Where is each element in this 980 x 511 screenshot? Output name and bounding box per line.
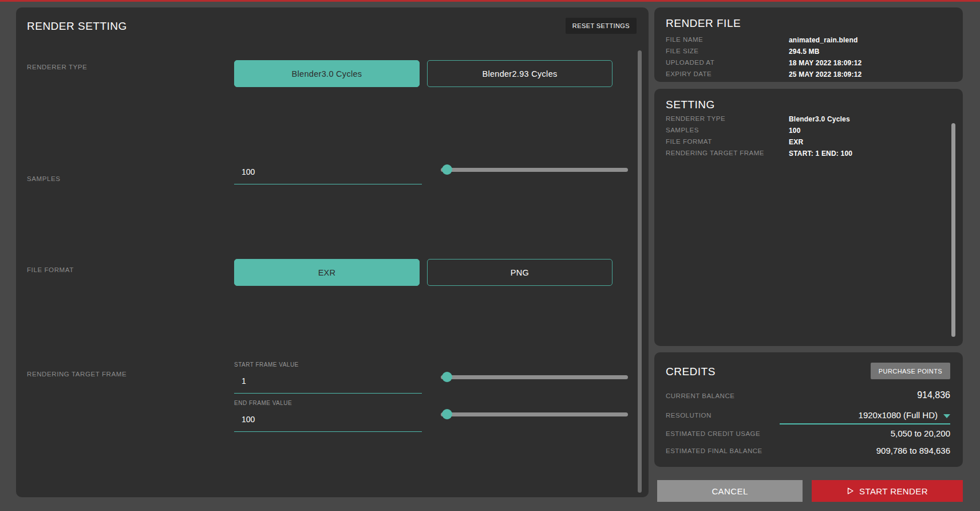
end-frame-label: END FRAME VALUE	[234, 400, 292, 406]
samples-slider-thumb[interactable]	[442, 164, 452, 175]
resolution-value: 1920x1080 (Full HD)	[859, 410, 938, 420]
summary-samples-value: 100	[789, 127, 801, 135]
end-frame-input[interactable]	[234, 412, 422, 432]
renderer-option-blender293[interactable]: Blender2.93 Cycles	[427, 60, 612, 87]
file-size-value: 294.5 MB	[789, 48, 820, 56]
start-frame-label: START FRAME VALUE	[234, 361, 299, 368]
resolution-select[interactable]: 1920x1080 (Full HD)	[859, 410, 950, 420]
render-farm-page: RENDER SETTING RESET SETTINGS RENDERER T…	[0, 0, 980, 511]
start-frame-slider-thumb[interactable]	[442, 372, 452, 382]
play-icon	[847, 487, 854, 495]
final-balance-value: 909,786 to 894,636	[876, 446, 950, 455]
render-setting-panel: RENDER SETTING RESET SETTINGS RENDERER T…	[16, 7, 649, 497]
top-accent-bar	[0, 0, 980, 2]
format-option-exr[interactable]: EXR	[234, 259, 420, 286]
summary-samples-label: SAMPLES	[666, 127, 699, 133]
setting-summary-scrollbar[interactable]	[951, 123, 955, 337]
summary-renderer-row: RENDERER TYPE Blender3.0 Cycles	[666, 115, 951, 125]
file-name-value: animated_rain.blend	[789, 36, 858, 44]
uploaded-at-label: UPLOADED AT	[666, 59, 714, 66]
cancel-button[interactable]: CANCEL	[657, 480, 803, 502]
start-render-button-label: START RENDER	[859, 486, 928, 496]
render-setting-title: RENDER SETTING	[27, 20, 127, 33]
summary-renderer-value: Blender3.0 Cycles	[789, 115, 850, 123]
expiry-date-row: EXPIRY DATE 25 MAY 2022 18:09:12	[666, 70, 951, 81]
render-file-panel: RENDER FILE FILE NAME animated_rain.blen…	[654, 7, 963, 82]
summary-format-label: FILE FORMAT	[666, 138, 712, 145]
renderer-type-label: RENDERER TYPE	[27, 64, 87, 70]
render-setting-scrollbar[interactable]	[638, 50, 642, 493]
current-balance-label: CURRENT BALANCE	[666, 392, 734, 399]
purchase-points-button[interactable]: PURCHASE POINTS	[871, 363, 950, 379]
final-balance-label: ESTIMATED FINAL BALANCE	[666, 447, 762, 454]
format-option-png[interactable]: PNG	[427, 259, 612, 286]
expiry-date-value: 25 MAY 2022 18:09:12	[789, 70, 862, 78]
render-file-title: RENDER FILE	[666, 17, 741, 30]
credits-title: CREDITS	[666, 365, 716, 378]
resolution-underline	[780, 423, 950, 424]
summary-format-value: EXR	[789, 138, 803, 146]
samples-label: SAMPLES	[27, 175, 61, 182]
uploaded-at-value: 18 MAY 2022 18:09:12	[789, 59, 862, 67]
file-size-label: FILE SIZE	[666, 48, 699, 54]
summary-target-frame-row: RENDERING TARGET FRAME START: 1 END: 100	[666, 150, 951, 160]
samples-slider[interactable]	[441, 168, 628, 172]
expiry-date-label: EXPIRY DATE	[666, 70, 712, 77]
reset-settings-button[interactable]: RESET SETTINGS	[566, 18, 637, 34]
current-balance-value: 914,836	[917, 390, 950, 400]
samples-input[interactable]	[234, 165, 422, 184]
setting-summary-panel: SETTING RENDERER TYPE Blender3.0 Cycles …	[654, 89, 963, 346]
setting-summary-title: SETTING	[666, 99, 715, 111]
file-name-row: FILE NAME animated_rain.blend	[666, 36, 951, 46]
start-frame-slider[interactable]	[441, 375, 628, 379]
cancel-button-label: CANCEL	[712, 486, 748, 496]
file-size-row: FILE SIZE 294.5 MB	[666, 48, 951, 58]
rendering-target-frame-label: RENDERING TARGET FRAME	[27, 371, 127, 378]
summary-format-row: FILE FORMAT EXR	[666, 138, 951, 148]
uploaded-at-row: UPLOADED AT 18 MAY 2022 18:09:12	[666, 59, 951, 69]
summary-samples-row: SAMPLES 100	[666, 127, 951, 137]
start-render-button[interactable]: START RENDER	[812, 480, 963, 502]
renderer-option-blender30[interactable]: Blender3.0 Cycles	[234, 60, 420, 87]
summary-target-frame-value: START: 1 END: 100	[789, 150, 852, 158]
credits-panel: CREDITS PURCHASE POINTS CURRENT BALANCE …	[654, 352, 963, 467]
credit-usage-label: ESTIMATED CREDIT USAGE	[666, 430, 760, 437]
credit-usage-value: 5,050 to 20,200	[891, 429, 950, 438]
start-frame-input[interactable]	[234, 374, 422, 394]
end-frame-slider-thumb[interactable]	[442, 409, 452, 419]
summary-renderer-label: RENDERER TYPE	[666, 115, 725, 122]
file-name-label: FILE NAME	[666, 36, 703, 43]
chevron-down-icon	[943, 414, 950, 418]
summary-target-frame-label: RENDERING TARGET FRAME	[666, 150, 764, 156]
resolution-label: RESOLUTION	[666, 412, 712, 419]
file-format-label: FILE FORMAT	[27, 266, 74, 273]
end-frame-slider[interactable]	[441, 412, 628, 416]
